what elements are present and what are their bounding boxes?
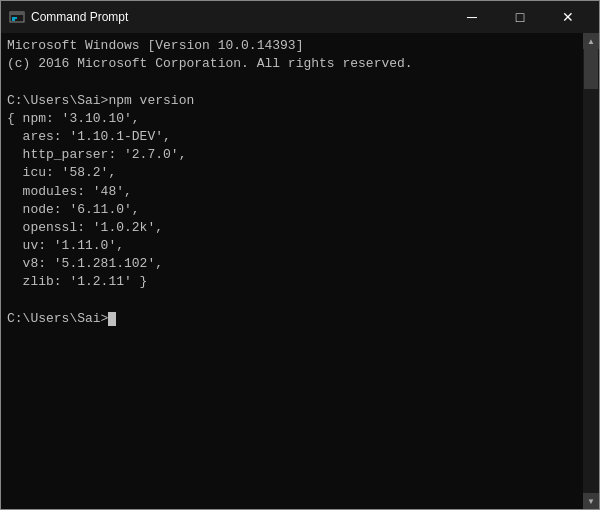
svg-rect-1	[10, 12, 24, 15]
close-button[interactable]: ✕	[545, 1, 591, 33]
console-output: Microsoft Windows [Version 10.0.14393] (…	[7, 37, 577, 328]
scrollbar-thumb[interactable]	[584, 49, 598, 89]
window-icon	[9, 9, 25, 25]
scroll-up-button[interactable]: ▲	[583, 33, 599, 49]
window-title: Command Prompt	[31, 10, 443, 24]
command-prompt-window: Command Prompt ─ □ ✕ Microsoft Windows […	[0, 0, 600, 510]
console-wrapper: Microsoft Windows [Version 10.0.14393] (…	[1, 33, 599, 509]
title-bar: Command Prompt ─ □ ✕	[1, 1, 599, 33]
scroll-down-button[interactable]: ▼	[583, 493, 599, 509]
cursor	[108, 312, 116, 326]
maximize-button[interactable]: □	[497, 1, 543, 33]
minimize-button[interactable]: ─	[449, 1, 495, 33]
window-controls: ─ □ ✕	[449, 1, 591, 33]
scrollbar[interactable]: ▲ ▼	[583, 33, 599, 509]
scrollbar-track[interactable]	[583, 49, 599, 493]
console-content[interactable]: Microsoft Windows [Version 10.0.14393] (…	[1, 33, 583, 509]
